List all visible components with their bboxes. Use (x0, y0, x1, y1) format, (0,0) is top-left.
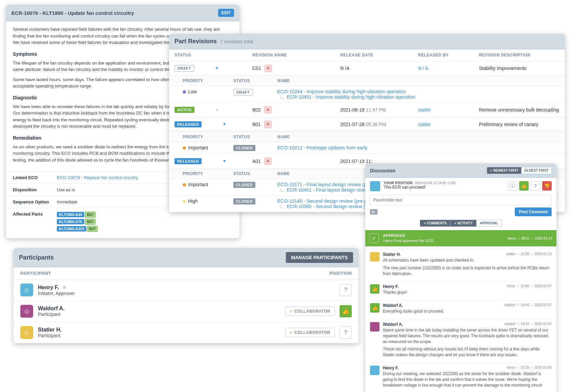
vote-group: ⓘ 👍 ? 👎 (508, 181, 552, 191)
your-position-row: YOUR POSITION2020-03-06 12:14:02 -1100 T… (370, 181, 552, 191)
priority-dot-icon (183, 183, 186, 187)
revisions-header: Part Revisions 7 revisions total (169, 34, 565, 49)
comment-meta: statler ↔ 15:08 ↔ 2020-01-13 (506, 252, 552, 256)
ecr-header: ECR-10079 - KLT1900 - Update fan control… (6, 5, 239, 21)
sort-newest-button[interactable]: ✓ NEWEST FIRST (487, 167, 522, 174)
revisions-column-headers: STATUS REVISION NAME RELEASE DATE RELEAS… (169, 49, 565, 61)
sub-status-chip: CLOSED (233, 182, 255, 188)
delete-button[interactable]: ✕ (264, 106, 272, 114)
participant-role: Participant (38, 333, 280, 338)
star-icon: ★ (60, 285, 66, 290)
rev-tag: B07 (87, 226, 98, 232)
comment: 👍 henry ↔ 15:08 ↔ 2020-01-07 Henry F. Th… (370, 281, 552, 300)
expand-chevron-icon[interactable]: ▾ (223, 121, 226, 127)
expand-chevron-icon[interactable]: › (216, 107, 218, 112)
affected-parts-row: Affected Parts KLT1900-A45B07KLT1900-A75… (6, 208, 239, 238)
eco-link[interactable]: ECR-10451 - Improve stability during hig… (277, 94, 559, 100)
participant-name: Waldorf A. (38, 305, 280, 312)
priority-dot-icon (183, 90, 186, 94)
markdown-icon: M↓ (370, 209, 377, 215)
sort-oldest-button[interactable]: OLDEST FIRST (522, 167, 552, 174)
thumbs-up-button[interactable]: 👍 (519, 181, 529, 191)
affected-parts-label: Affected Parts (13, 212, 57, 233)
release-date: 2021-07-28 05:36 PM (340, 122, 418, 127)
thumbs-down-button[interactable]: 👎 (542, 181, 552, 191)
your-avatar (370, 181, 380, 191)
participants-columns: PARTICIPANT POSITION (14, 267, 359, 279)
participant-name: Statler H. (38, 327, 280, 333)
participants-rows: ☺ Henry F. ★ Initiator, Approver ?☺ Wald… (14, 279, 359, 343)
sub-status-chip: CLOSED (233, 198, 255, 204)
thumbs-up-icon[interactable]: 👍 (340, 305, 352, 317)
revision-name: B02 (252, 107, 261, 113)
approved-bar: ✓ APPROVED Henry Ford approved the ECO. … (365, 230, 556, 246)
participant-role: Participant (38, 312, 280, 317)
revision-row: DRAFT ▾ C01 ✕ N /A N / A Stability impro… (169, 61, 565, 76)
discussion-title: Discussion (370, 168, 395, 173)
filter-approval[interactable]: APPROVAL (477, 220, 502, 227)
info-button[interactable]: ⓘ (508, 181, 517, 191)
eco-link[interactable]: ECO-10244 - Improve stability during hig… (277, 89, 559, 94)
linked-eco-link[interactable]: ECO-10079 - Replace fan control circuitr… (57, 175, 138, 180)
edit-button[interactable]: EDIT (218, 9, 234, 17)
filter-comments[interactable]: ✓ COMMENTS (420, 220, 451, 227)
comment-meta: henry ↔ 15:08 ↔ 2020-01-07 (507, 284, 552, 288)
discussion-body: YOUR POSITION2020-03-06 12:14:02 -1100 T… (365, 178, 556, 392)
avatar: ☺ (20, 305, 33, 318)
part-tag[interactable]: KLT1900-A45 (57, 212, 84, 217)
release-date: 2021-08-18 11:47 PM (340, 107, 418, 113)
delete-button[interactable]: ✕ (264, 65, 272, 72)
comment-text: Spent some time in the lab today install… (383, 327, 552, 344)
release-date: N /A (340, 66, 418, 71)
released-by[interactable]: statler (418, 107, 479, 113)
filter-activity[interactable]: ✓ ACTIVITY (451, 220, 477, 227)
revision-row: ACTIVE › B02 ✕ 2021-08-18 11:47 PM statl… (169, 103, 565, 117)
manage-participants-button[interactable]: MANAGE PARTICIPANTS (286, 252, 353, 263)
part-tag[interactable]: KLT1900-A225 (57, 226, 86, 231)
post-comment-button[interactable]: Post Comment (515, 207, 552, 216)
question-button[interactable]: ? (531, 181, 540, 191)
collaborator-badge: ✓COLLABORATOR (285, 307, 335, 316)
priority-label: Important (188, 145, 208, 150)
question-icon[interactable]: ? (340, 284, 352, 296)
comment: henry ↔ 16:15 ↔ 2020-01-05 Henry F. Duri… (370, 363, 552, 392)
sub-status-chip: CLOSED (233, 145, 255, 151)
expand-chevron-icon[interactable]: ▾ (223, 158, 226, 164)
status-chip: RELEASED (175, 158, 202, 164)
expand-chevron-icon[interactable]: ▾ (216, 65, 218, 71)
released-by[interactable]: statler (418, 122, 479, 127)
col-name: REVISION NAME (252, 53, 340, 57)
col-status: STATUS (175, 53, 252, 57)
comment-meta: waldorf ↔ 14:44 ↔ 2020-01-07 (504, 303, 552, 307)
col-by: RELEASED BY (418, 53, 479, 57)
priority-dot-icon (183, 146, 186, 150)
comment-avatar: 👍 (370, 303, 380, 313)
disposition-label: Disposition (13, 187, 57, 192)
comment-text: All schematics have been updated and che… (383, 258, 552, 263)
question-icon[interactable]: ? (340, 326, 352, 339)
sub-status-chip: DRAFT (233, 89, 253, 96)
revisions-title: Part Revisions (175, 38, 217, 45)
comment-text: Thanks guys! (383, 290, 552, 295)
status-chip: RELEASED (175, 121, 202, 127)
eco-link[interactable]: ECO-10212 - Prototype updates from early (277, 145, 559, 150)
revision-row: RELEASED ▾ B01 ✕ 2021-07-28 05:36 PM sta… (169, 117, 565, 132)
part-tag[interactable]: KLT1900-A75 (57, 219, 84, 224)
comment: 👍 waldorf ↔ 14:44 ↔ 2020-01-07 Waldorf A… (370, 300, 552, 319)
sub-columns: PRIORITYSTATUSNAME (169, 76, 565, 86)
your-position-meta: YOUR POSITION2020-03-06 12:14:02 -1100 (384, 181, 456, 185)
approved-meta: henry ↔ 09:21 ↔ 2020-01-14 (508, 237, 552, 240)
participant-row: ☺ Waldorf A. Participant ✓COLLABORATOR👍 (14, 301, 359, 322)
revision-name: B01 (252, 122, 261, 127)
affected-parts-list: KLT1900-A45B07KLT1900-A75B07KLT1900-A225… (57, 212, 233, 233)
linked-eco-label: Linked ECO (13, 175, 57, 180)
revisions-subtitle: 7 revisions total (220, 39, 253, 44)
participant-name: Henry F. ★ (38, 284, 335, 291)
avatar: ☺ (20, 284, 33, 296)
comment-text: Everything looks good to proceed. (383, 309, 552, 314)
delete-button[interactable]: ✕ (264, 157, 272, 165)
comment-text: The new part number (1022393) is on orde… (383, 265, 552, 277)
comment-input[interactable] (370, 195, 552, 205)
comments-list: statler ↔ 15:08 ↔ 2020-01-13 Statler H. … (370, 249, 552, 392)
delete-button[interactable]: ✕ (264, 121, 272, 128)
